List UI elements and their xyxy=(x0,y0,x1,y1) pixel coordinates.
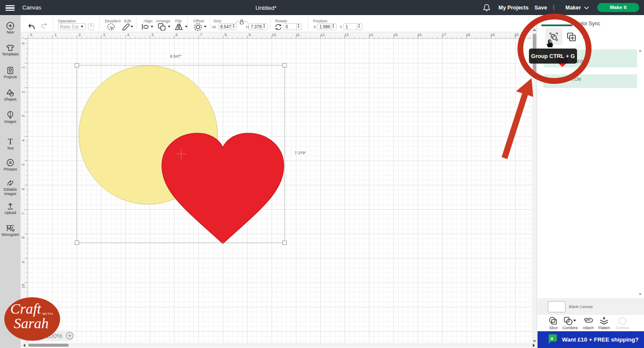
svg-text:T: T xyxy=(8,137,13,146)
svg-text:7.379": 7.379" xyxy=(295,150,306,155)
svg-text:8.547": 8.547" xyxy=(170,54,182,58)
